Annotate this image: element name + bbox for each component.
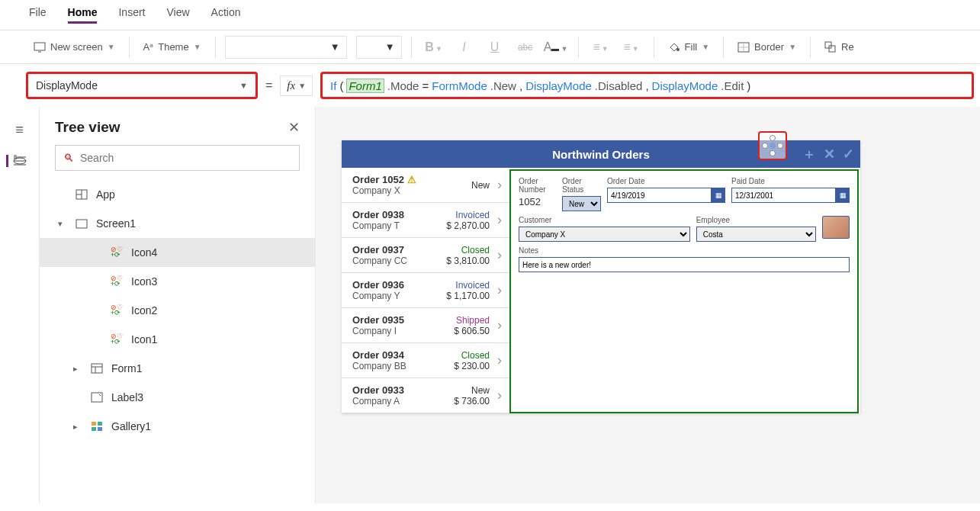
app-header: Northwind Orders ＋ ✕ ✓ — [342, 140, 860, 168]
order-row[interactable]: Order 0935Company IShipped$ 606.50› — [342, 308, 509, 343]
hamburger-icon[interactable]: ≡ — [15, 122, 24, 138]
tree-item-icon4[interactable]: ⊘♡+⟳Icon4 — [40, 238, 315, 267]
tree-item-form1[interactable]: ▸Form1 — [40, 354, 315, 383]
fill-button[interactable]: Fill ▼ — [664, 38, 715, 56]
border-button[interactable]: Border ▼ — [733, 38, 801, 56]
field-label: Order Status — [562, 177, 601, 194]
add-icon[interactable]: ＋ — [802, 145, 816, 163]
menu-home[interactable]: Home — [68, 6, 98, 24]
svg-rect-13 — [92, 364, 102, 373]
order-row[interactable]: Order 0936Company YInvoiced$ 1,170.00› — [342, 273, 509, 308]
tree-item-icon3[interactable]: ⊘♡+⟳Icon3 — [40, 267, 315, 296]
strikethrough-button[interactable]: abc — [512, 42, 538, 53]
header-actions: ＋ ✕ ✓ — [802, 145, 854, 163]
svg-rect-17 — [92, 422, 96, 426]
font-color-button[interactable]: A▼ — [543, 40, 569, 54]
border-label: Border — [754, 41, 784, 53]
label-icon — [90, 392, 104, 403]
italic-button[interactable]: I — [451, 40, 477, 54]
new-screen-button[interactable]: New screen ▼ — [29, 38, 120, 56]
svg-rect-6 — [825, 42, 831, 48]
paid-date-input[interactable] — [731, 188, 836, 203]
tree-search-input[interactable] — [80, 152, 291, 164]
new-screen-label: New screen — [50, 41, 103, 53]
confirm-icon[interactable]: ✓ — [843, 146, 854, 162]
chevron-right-icon: › — [497, 387, 502, 403]
formula-input[interactable]: If( Form1.Mode = FormMode.New, DisplayMo… — [320, 72, 974, 99]
field-label: Paid Date — [731, 177, 850, 185]
tree-list: App▾Screen1⊘♡+⟳Icon4⊘♡+⟳Icon3⊘♡+⟳Icon2⊘♡… — [40, 180, 315, 503]
tree-item-app[interactable]: App — [40, 180, 315, 209]
bold-button[interactable]: B▼ — [421, 40, 447, 54]
customer-select[interactable]: Company X — [519, 227, 690, 242]
employee-avatar — [822, 216, 850, 239]
tree-item-screen1[interactable]: ▾Screen1 — [40, 209, 315, 238]
canvas[interactable]: Northwind Orders ＋ ✕ ✓ Order 1052⚠Compan… — [316, 107, 980, 503]
comp-icon: ⊘♡+⟳ — [110, 247, 124, 258]
menu-view[interactable]: View — [166, 6, 189, 24]
menu-file[interactable]: File — [29, 6, 47, 24]
separator — [129, 37, 130, 58]
tree-item-icon2[interactable]: ⊘♡+⟳Icon2 — [40, 296, 315, 325]
fx-button[interactable]: fx ▼ — [280, 76, 313, 96]
tree-item-gallery1[interactable]: ▸Gallery1 — [40, 412, 315, 441]
chevron-down-icon: ▼ — [330, 41, 340, 53]
order-date-input[interactable] — [607, 188, 712, 203]
chevron-right-icon: › — [497, 177, 502, 193]
svg-rect-16 — [92, 393, 102, 402]
font-family-dropdown[interactable]: ▼ — [225, 36, 347, 59]
employee-select[interactable]: Costa — [696, 227, 816, 242]
menu-insert[interactable]: Insert — [118, 6, 145, 24]
chevron-right-icon: › — [497, 247, 502, 263]
tree-item-label3[interactable]: Label3 — [40, 383, 315, 412]
theme-button[interactable]: Aᵃ Theme ▼ — [139, 38, 206, 56]
align-button[interactable]: ≡▼ — [588, 40, 614, 54]
font-size-dropdown[interactable]: ▼ — [356, 36, 402, 59]
fill-icon — [668, 41, 680, 53]
valign-button[interactable]: ≡▼ — [619, 40, 644, 54]
order-row[interactable]: Order 0933Company ANew$ 736.00› — [342, 378, 509, 413]
main-area: ≡ Tree view ✕ 🔍︎ App▾Screen1⊘♡+⟳Icon4⊘♡+… — [0, 107, 980, 503]
order-status-select[interactable]: New — [562, 196, 601, 211]
comp-icon: ⊘♡+⟳ — [110, 305, 124, 316]
notes-input[interactable] — [519, 257, 850, 272]
tree-item-icon1[interactable]: ⊘♡+⟳Icon1 — [40, 325, 315, 354]
menubar: FileHomeInsertViewAction — [0, 0, 980, 31]
property-selector[interactable]: DisplayMode ▼ — [26, 72, 258, 99]
toolbar: New screen ▼ Aᵃ Theme ▼ ▼ ▼ B▼ I U abc A… — [0, 31, 980, 64]
order-row[interactable]: Order 0938Company TInvoiced$ 2,870.00› — [342, 203, 509, 238]
order-row[interactable]: Order 0937Company CCClosed$ 3,810.00› — [342, 238, 509, 273]
close-icon[interactable]: ✕ — [288, 119, 300, 136]
calendar-icon[interactable]: ▦ — [836, 188, 850, 203]
chevron-right-icon: › — [497, 212, 502, 228]
chevron-down-icon: ▼ — [108, 43, 115, 51]
order-row[interactable]: Order 1052⚠Company XNew› — [342, 168, 509, 203]
svg-rect-12 — [76, 220, 87, 228]
border-icon — [737, 42, 750, 53]
svg-rect-19 — [92, 427, 96, 431]
order-row[interactable]: Order 0934Company BBClosed$ 230.00› — [342, 343, 509, 378]
selection-handle[interactable] — [758, 131, 787, 160]
theme-label: Theme — [158, 41, 188, 53]
underline-button[interactable]: U — [482, 40, 508, 54]
separator — [810, 37, 811, 58]
tree-view-icon[interactable] — [6, 155, 27, 167]
field-label: Order Number — [519, 177, 556, 194]
cancel-icon[interactable]: ✕ — [824, 146, 835, 162]
calendar-icon[interactable]: ▦ — [712, 188, 725, 203]
tree-search-box[interactable]: 🔍︎ — [55, 145, 300, 171]
comp-icon: ⊘♡+⟳ — [110, 334, 124, 345]
separator — [411, 37, 412, 58]
reorder-label: Re — [841, 41, 854, 53]
svg-rect-0 — [34, 43, 45, 50]
menu-action[interactable]: Action — [211, 6, 241, 24]
app-icon — [75, 189, 88, 200]
equals-sign: = — [265, 79, 272, 92]
tree-view-panel: Tree view ✕ 🔍︎ App▾Screen1⊘♡+⟳Icon4⊘♡+⟳I… — [40, 107, 316, 503]
property-selected-label: DisplayMode — [36, 79, 98, 92]
order-number-value: 1052 — [519, 196, 556, 207]
reorder-button[interactable]: Re — [820, 38, 859, 56]
svg-point-2 — [676, 48, 680, 51]
chevron-down-icon: ▼ — [194, 43, 201, 51]
chevron-right-icon: › — [497, 282, 502, 298]
